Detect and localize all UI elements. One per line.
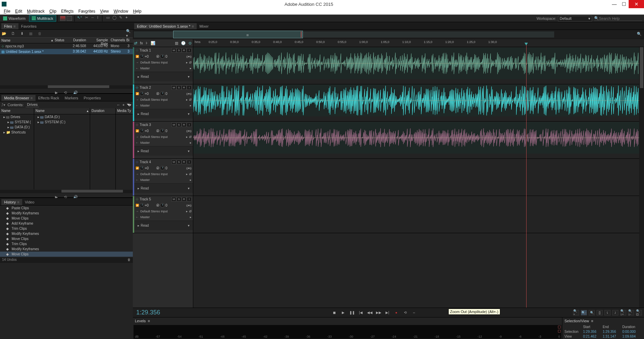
volume-knob[interactable] [140,91,144,96]
tree-item[interactable]: ▸ 🖴 SYSTEM ( [0,119,34,125]
view-duration[interactable]: 1:09.684 [622,335,642,338]
mute-button[interactable]: M [171,48,176,53]
col-bi-header[interactable]: Bi [125,38,131,43]
track-name-label[interactable]: Track 5 [140,197,151,201]
volume-knob[interactable] [140,203,144,208]
record-arm-button[interactable]: R [182,197,186,201]
play-button[interactable]: ▶ [340,310,346,315]
close-file-icon[interactable]: 🗑 [37,31,42,36]
mute-button[interactable]: M [171,197,176,201]
panel-menu-icon[interactable]: ≡ [192,24,194,28]
sort-asc-icon[interactable]: ▴ [50,38,53,43]
input-dropdown[interactable]: Default Stereo Input [140,135,185,139]
input-dropdown[interactable]: Default Stereo Input [140,98,185,101]
output-dropdown[interactable]: Master [140,141,188,144]
automation-mode-dropdown[interactable]: Read [139,186,188,190]
stereo-icon[interactable]: ((●)) [186,167,192,170]
file-row[interactable]: ▤Untitled Session 1.sesx * 3:38.042 4410… [0,49,133,54]
menu-view[interactable]: View [98,9,111,14]
lasso-tool[interactable]: ◯ [112,15,116,22]
mute-button[interactable]: M [171,160,176,164]
pan-knob[interactable] [160,166,165,170]
toggle-icon[interactable]: ▥ [175,41,178,45]
forward-icon[interactable]: + [123,103,125,107]
stereo-icon[interactable]: ((●)) [186,55,192,58]
slip-tool[interactable]: ↔ [91,15,95,22]
pan-knob[interactable] [160,91,165,96]
input-dropdown[interactable]: Default Stereo Input [140,172,185,176]
solo-button[interactable]: S [177,85,181,90]
back-icon[interactable]: ← [117,103,121,107]
input-dropdown[interactable]: Default Stereo Input [140,61,185,64]
chevron-down-icon[interactable]: ▾ [188,224,190,227]
track-name-label[interactable]: Track 2 [140,86,151,89]
file-row[interactable]: ⊹прости.mp3 2:46.508 44100 Hz Mono 3 [0,43,133,49]
brush-tool[interactable]: ✎ [119,15,122,22]
selection-duration[interactable]: 0:00.000 [622,330,642,334]
record-arm-button[interactable]: R [182,160,186,164]
razor-tool[interactable]: ✂ [85,15,88,22]
pan-knob[interactable] [160,203,165,208]
stereo-icon[interactable]: ((●)) [186,129,192,132]
fx-icon[interactable]: fx [140,41,143,45]
record-button[interactable]: ● [394,310,399,315]
mute-button[interactable]: M [171,123,176,127]
tree-item[interactable]: ▸ 📁 Shortcuts [0,130,34,135]
search-help-box[interactable]: 🔍 [594,16,642,21]
menu-window[interactable]: Window [111,9,131,14]
record-arm-button[interactable]: R [182,85,186,90]
timeline-track-row[interactable] [193,196,639,233]
go-to-start-button[interactable]: |◀ [358,310,364,315]
chevron-down-icon[interactable]: ▾ [188,75,190,79]
pan-value[interactable]: 0 [165,55,167,58]
tab-video[interactable]: Video [22,199,37,205]
solo-button[interactable]: S [177,160,181,164]
history-item[interactable]: ◆Add Keyframe [0,221,133,226]
move-tool[interactable]: ↖⁺ [77,15,82,22]
track-header[interactable]: ⊹Track 4MSRI📶+0⦿0((●))→Default Stereo In… [133,159,193,196]
zoom-in-amp-button[interactable]: 🔍↕+ [620,310,626,315]
output-dropdown[interactable]: Master [140,178,188,182]
volume-knob[interactable] [140,129,144,133]
new-file-icon[interactable]: 🗋 [10,31,16,36]
phase-icon[interactable]: Ø [189,172,192,176]
maximize-button[interactable]: ☐ [619,0,629,8]
menu-favorites[interactable]: Favorites [76,9,98,14]
toggle-icon[interactable]: ⇄ [134,41,137,45]
menu-help[interactable]: Help [130,9,144,14]
menu-multitrack[interactable]: Multitrack [25,9,47,14]
timeline-track-row[interactable] [193,47,639,84]
record-arm-button[interactable]: R [182,48,186,53]
col-ch-header[interactable]: Channels [109,38,125,43]
audio-clip[interactable] [193,47,639,79]
menu-edit[interactable]: Edit [13,9,25,14]
monitor-button[interactable]: I [187,197,192,201]
tree-item[interactable]: ▸ 🖴 SYSTEM (C:) [34,119,90,125]
tab-mixer[interactable]: Mixer [197,23,211,29]
tab-media-browser[interactable]: Media Browser≡ [1,95,36,101]
files-search-icon[interactable]: 🔍▾ [126,31,131,36]
record-arm-button[interactable]: R [182,123,186,127]
phase-icon[interactable]: Ø [189,135,192,139]
phase-icon[interactable]: Ø [189,61,192,64]
marquee-tool[interactable]: ▭ [106,15,110,22]
zoom-selection-button[interactable]: [⁠] [597,310,603,315]
files-hscroll[interactable] [0,85,133,89]
track-name-label[interactable]: Track 4 [140,160,151,164]
timeline-track-row[interactable] [193,122,639,159]
history-item[interactable]: ◆Trim Clips [0,241,133,246]
panel-menu-icon[interactable]: ≡ [13,24,15,28]
pause-button[interactable]: ❚❚ [349,310,355,315]
track-header[interactable]: ⊹Track 2MSRI📶+0⦿0((●))→Default Stereo In… [133,84,193,122]
track-grip-icon[interactable]: ⊹ [136,48,138,52]
volume-value[interactable]: +0 [145,55,149,58]
pan-knob[interactable] [160,129,165,133]
pan-value[interactable]: 0 [165,166,167,170]
zoom-reset-button[interactable]: 🔍 [589,310,595,315]
history-item[interactable]: ◆Trim Clips [0,226,133,231]
history-item[interactable]: ◆Move Clips [0,236,133,241]
zoom-in-point-button[interactable]: ⤹ [604,310,611,315]
overview-window[interactable] [173,31,303,38]
chevron-right-icon[interactable]: ▸ [186,210,188,213]
time-select-tool[interactable]: I [97,15,98,22]
